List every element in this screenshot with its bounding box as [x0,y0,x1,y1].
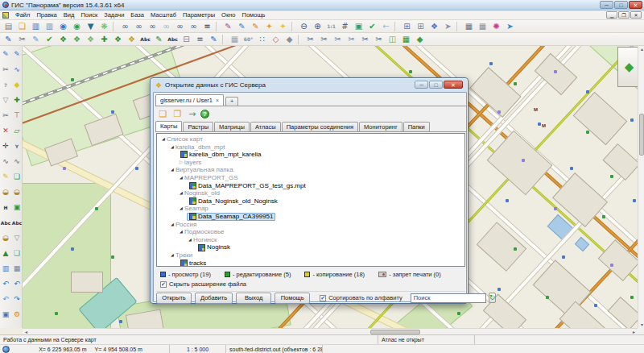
flashlight3-icon[interactable]: ◒ [11,185,23,200]
edit-pencil-icon[interactable]: ✎ [2,34,15,45]
topology-icon[interactable]: ⊤ [11,108,23,123]
check-diamond-icon[interactable]: ✔ [43,34,56,45]
parallelogram-icon[interactable]: ▱ [11,123,23,139]
add-object-icon[interactable]: ✚ [97,34,111,45]
lightning-icon[interactable]: ✦ [276,21,290,32]
vertical-scroll-thumb[interactable] [639,114,644,156]
sort-alphabet-row[interactable]: ✔ Сортировать по алфавиту [320,294,402,301]
undo-all-icon[interactable]: ↶ [0,292,11,307]
expand-arrow-icon[interactable]: ◢ [178,189,184,197]
spark-icon[interactable]: ✦ [262,21,276,32]
open-folder-icon[interactable]: ❏ [15,21,29,32]
zoom-out-icon[interactable]: ⊖ [297,21,311,32]
flashlight2-icon[interactable]: ◒ [0,230,11,246]
grid-icon[interactable]: ▦ [228,34,242,45]
diamond-check-icon[interactable]: ◆ [11,77,23,93]
green-pencil-icon[interactable]: ✎ [152,34,166,45]
banknotes-icon[interactable]: ❏ [11,246,23,261]
printer2-icon[interactable]: ▦ [476,21,489,32]
menu-item-файл[interactable]: Файл [12,10,33,19]
menu-item-параметры[interactable]: Параметры [180,10,218,19]
printer-icon[interactable]: ▦ [462,21,476,32]
panel-icon[interactable]: ⊞ [400,21,414,32]
help-pointer-icon[interactable]: ➤ [503,21,517,32]
cut-part-icon[interactable]: ✂ [358,34,372,45]
calculator-icon[interactable]: ▦ [11,261,23,276]
marker-pink-icon[interactable]: ✎ [221,21,235,32]
objects-yellow-icon[interactable]: ❖ [125,34,138,45]
area-fill-icon[interactable]: ◆ [413,34,427,45]
menu-item-база[interactable]: База [127,10,147,19]
table-icon[interactable]: ⊟ [180,34,193,45]
connection-tab[interactable]: gisserver.ru / User1 × [155,94,224,106]
objects-green-icon[interactable]: ❖ [56,34,70,45]
leaf-box-icon[interactable]: ▣ [11,200,23,215]
globe-icon[interactable]: ◉ [56,21,70,32]
add-button[interactable]: Добавить [195,293,233,304]
refresh-button[interactable]: ↻ [489,293,497,303]
cut-contour-icon[interactable]: ✂ [345,34,358,45]
marker-blue-icon[interactable]: ✎ [235,21,249,32]
tree-row[interactable]: Data_MAPREPORT_GS_test_gs.mpt [157,182,464,190]
cut-line-icon[interactable]: ✂ [0,62,11,77]
globe-green-icon[interactable]: ◉ [70,21,84,32]
wave-icon[interactable]: ∿ [11,154,23,169]
menu-item-масштаб[interactable]: Масштаб [147,10,180,19]
new-connection-icon[interactable]: ❐ [171,109,184,120]
select-frame-icon[interactable]: ▣ [352,21,365,32]
tree-row[interactable]: ▷layers [157,159,464,167]
exit-button[interactable]: Выход [236,293,271,304]
tab-параметры-соединения[interactable]: Параметры соединения [282,122,358,131]
dialog-minimize-button[interactable]: ─ [415,81,428,89]
curve-pencil-icon[interactable]: ∿ [11,62,23,77]
help-icon[interactable]: ? [200,110,209,118]
mdi-close-button[interactable]: ✕ [630,11,642,19]
edit2-icon[interactable]: ✎ [29,34,43,45]
full-extent-icon[interactable]: # [338,21,352,32]
crosshair-icon[interactable]: ✛ [0,139,11,154]
tab-растры[interactable]: Растры [183,122,213,131]
copy-objects-icon[interactable]: ❖ [111,34,125,45]
menu-item-правка[interactable]: Правка [33,10,60,19]
tree-row[interactable]: ◢Noginsk_old [157,189,464,197]
map-window-icon[interactable]: ❖ [427,21,441,32]
draw-pencil-icon[interactable]: ✎ [0,47,11,62]
connection-tab-close-icon[interactable]: × [216,98,219,103]
expand-arrow-icon[interactable]: ◢ [169,221,175,229]
close-button[interactable]: ✕ [629,1,642,9]
sort-alphabet-checkbox[interactable]: ✔ [320,295,326,301]
tree-item-selected[interactable]: Data_Seamap_CA399951 [187,213,275,221]
flashlight-icon[interactable]: ◒ [0,185,11,200]
tree-item[interactable]: Data_MAPREPORT_GS_test_gs.mpt [187,182,308,190]
tree-row[interactable]: Data_Noginsk_old_Noginsk [157,197,464,206]
query-draw-icon[interactable]: ? [0,77,11,93]
collapse-arrow-icon[interactable]: ▷ [178,159,184,167]
scissors-icon[interactable]: ✂ [0,108,11,123]
tab-атласы[interactable]: Атласы [250,122,281,131]
search-repeat-icon[interactable]: ∞ [187,21,200,32]
tree-row[interactable]: karelia_dbm_mpt_karelia [157,151,464,159]
split-object-icon[interactable]: ✂ [303,34,317,45]
points-icon[interactable]: ∷ [255,34,269,45]
clipboard-icon[interactable]: ⊞ [414,21,427,32]
open-button[interactable]: Открыть [156,293,192,304]
menu-item-окно[interactable]: Окно [218,10,238,19]
search-disabled-icon[interactable]: ∞ [159,21,173,32]
draw2-pencil-icon[interactable]: ✎ [11,47,23,62]
funnel-icon[interactable]: ▽ [0,93,11,108]
sign-pencil-icon[interactable]: ✎ [207,34,221,45]
tree-row[interactable]: ◢Seamap [157,205,464,213]
tree-row[interactable]: ◢karelia_dbm_mpt [157,143,464,152]
move-object-icon[interactable]: ✚ [11,93,23,108]
scroll-up-arrow[interactable]: ▴ [638,46,644,52]
mdi-document-icon[interactable] [2,12,9,19]
scale-1-1-icon[interactable]: 1:1 [324,21,338,32]
merge-icon[interactable]: ◫ [386,34,399,45]
expand-arrow-icon[interactable]: ◢ [169,251,175,260]
text-label2-icon[interactable]: Abc [11,215,23,230]
banknote-icon[interactable]: ❏ [11,169,23,185]
tree-item[interactable]: tracks [178,260,208,268]
object-list-icon[interactable]: ≡ [200,21,214,32]
tab-папки[interactable]: Папки [403,122,430,131]
search-name-icon[interactable]: ∞ [146,21,159,32]
